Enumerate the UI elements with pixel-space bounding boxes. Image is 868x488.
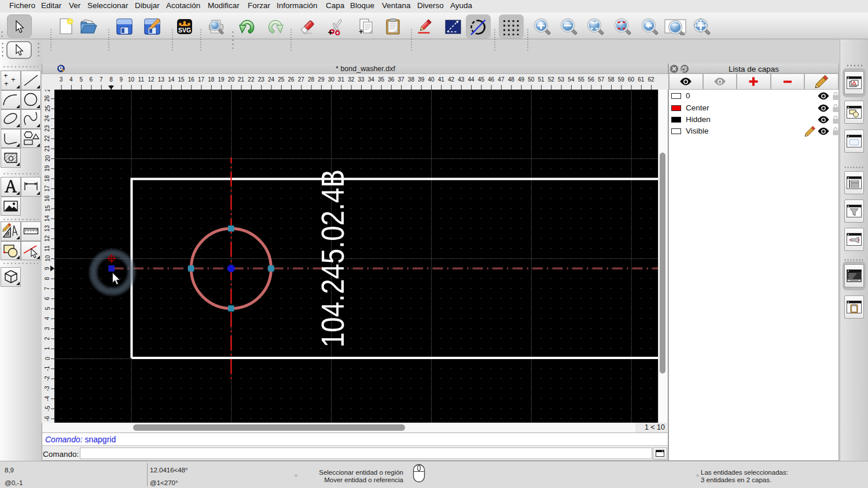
svg-text:25: 25 <box>45 105 51 112</box>
svg-text:6: 6 <box>90 76 93 83</box>
svg-text:+: + <box>4 79 9 88</box>
svg-text:0: 0 <box>45 357 51 360</box>
svg-text:13: 13 <box>158 76 165 83</box>
svg-text:8: 8 <box>45 276 51 280</box>
svg-text:11: 11 <box>45 245 51 252</box>
svg-text:15: 15 <box>45 205 51 212</box>
svg-text:34: 34 <box>368 76 375 83</box>
svg-text:7: 7 <box>45 287 51 290</box>
svg-text:9: 9 <box>120 76 123 83</box>
svg-text:16: 16 <box>45 195 51 202</box>
svg-text:26: 26 <box>288 76 295 83</box>
svg-text:23: 23 <box>258 76 265 83</box>
svg-text:45: 45 <box>478 76 485 83</box>
svg-text:31: 31 <box>338 76 345 83</box>
svg-text:7: 7 <box>100 76 103 83</box>
svg-text:24: 24 <box>268 76 275 83</box>
svg-text:14: 14 <box>168 76 175 83</box>
svg-text:2: 2 <box>45 337 51 340</box>
svg-text:36: 36 <box>388 76 395 83</box>
svg-text:-2: -2 <box>45 376 51 381</box>
svg-text:48: 48 <box>508 76 515 83</box>
svg-text:50: 50 <box>528 76 535 83</box>
svg-text:58: 58 <box>608 76 615 83</box>
svg-text:17: 17 <box>45 185 51 192</box>
svg-text:10: 10 <box>45 255 51 262</box>
svg-text:19: 19 <box>218 76 225 83</box>
svg-text:10: 10 <box>128 76 135 83</box>
svg-text:56: 56 <box>588 76 595 83</box>
svg-text:37: 37 <box>398 76 405 83</box>
svg-text:20: 20 <box>228 76 235 83</box>
svg-text:-3: -3 <box>45 386 51 391</box>
svg-text:4: 4 <box>69 76 73 83</box>
svg-text:5: 5 <box>79 76 83 83</box>
svg-text:26: 26 <box>45 95 51 102</box>
svg-text:3: 3 <box>60 76 63 83</box>
svg-text:25: 25 <box>278 76 285 83</box>
svg-text:14: 14 <box>45 215 51 222</box>
svg-text:27: 27 <box>298 76 305 83</box>
svg-text:-6: -6 <box>45 416 51 421</box>
svg-text:12: 12 <box>148 76 155 83</box>
svg-text:-5: -5 <box>45 406 51 411</box>
svg-text:62: 62 <box>648 76 655 83</box>
svg-text:42: 42 <box>448 76 455 83</box>
svg-text:47: 47 <box>498 76 505 83</box>
svg-text:55: 55 <box>578 76 585 83</box>
svg-text:30: 30 <box>328 76 335 83</box>
svg-text:20: 20 <box>45 155 51 162</box>
svg-text:60: 60 <box>628 76 635 83</box>
svg-text:33: 33 <box>358 76 365 83</box>
svg-text:59: 59 <box>618 76 625 83</box>
svg-text:29: 29 <box>318 76 325 83</box>
svg-text:32: 32 <box>348 76 355 83</box>
svg-text:41: 41 <box>438 76 445 83</box>
svg-text:28: 28 <box>308 76 315 83</box>
svg-text:12: 12 <box>45 235 51 242</box>
svg-text:18: 18 <box>208 76 215 83</box>
svg-text:+: + <box>328 28 333 36</box>
svg-text:22: 22 <box>248 76 255 83</box>
svg-text:13: 13 <box>45 225 51 232</box>
svg-text:104.245.02.4B: 104.245.02.4B <box>315 169 351 347</box>
svg-text:49: 49 <box>518 76 525 83</box>
svg-text:22: 22 <box>45 135 51 142</box>
svg-text:18: 18 <box>45 175 51 182</box>
svg-text:21: 21 <box>238 76 245 83</box>
svg-text:16: 16 <box>188 76 195 83</box>
svg-text:40: 40 <box>428 76 435 83</box>
svg-text:6: 6 <box>45 297 51 300</box>
svg-text:38: 38 <box>408 76 415 83</box>
svg-text:9: 9 <box>45 267 51 270</box>
svg-text:SVG: SVG <box>178 27 191 34</box>
svg-text:+: + <box>359 27 363 35</box>
svg-text:52: 52 <box>548 76 555 83</box>
svg-text:+: + <box>3 71 8 80</box>
svg-text:54: 54 <box>568 76 575 83</box>
svg-text:23: 23 <box>45 125 51 132</box>
svg-text:61: 61 <box>638 76 645 83</box>
svg-text:1: 1 <box>45 346 51 350</box>
svg-text:24: 24 <box>45 115 51 122</box>
svg-text:8: 8 <box>109 76 113 83</box>
svg-text:44: 44 <box>468 76 475 83</box>
svg-text:53: 53 <box>558 76 565 83</box>
svg-text:command: command <box>850 279 858 282</box>
svg-text:51: 51 <box>538 76 545 83</box>
svg-text:11: 11 <box>138 76 145 83</box>
svg-text:19: 19 <box>45 165 51 172</box>
svg-text:15: 15 <box>178 76 185 83</box>
svg-text:46: 46 <box>488 76 495 83</box>
svg-text:27: 27 <box>45 90 51 91</box>
svg-text:57: 57 <box>598 76 605 83</box>
svg-text:5: 5 <box>45 306 51 310</box>
svg-text:-4: -4 <box>45 395 51 401</box>
svg-text:4: 4 <box>45 317 51 320</box>
svg-text:21: 21 <box>45 145 51 152</box>
svg-text:3: 3 <box>45 327 51 330</box>
svg-text:-1: -1 <box>45 365 51 371</box>
svg-text:43: 43 <box>458 76 465 83</box>
svg-text:35: 35 <box>378 76 385 83</box>
svg-text:17: 17 <box>198 76 205 83</box>
